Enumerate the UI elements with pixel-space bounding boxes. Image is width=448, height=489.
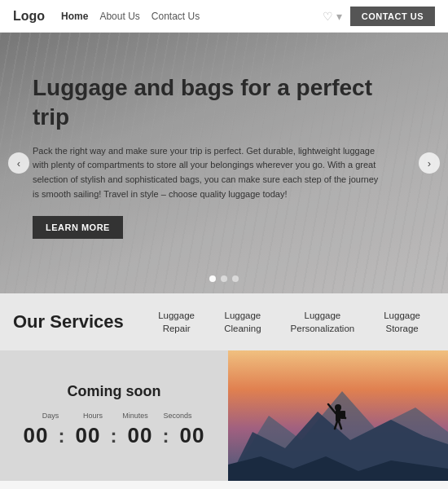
countdown-hours: 00 bbox=[67, 423, 109, 448]
service-luggage-personalization[interactable]: LuggagePersonalization bbox=[276, 309, 370, 335]
countdown-panel: Coming soon Days Hours Minutes Seconds 0… bbox=[0, 350, 228, 481]
countdown-labels: Days Hours Minutes Seconds bbox=[13, 412, 215, 420]
label-hours: Hours bbox=[72, 412, 114, 420]
hero-dot-3[interactable] bbox=[232, 275, 239, 282]
svg-point-5 bbox=[335, 404, 341, 411]
countdown-sep-3: : bbox=[161, 425, 171, 447]
hero-dot-2[interactable] bbox=[221, 275, 227, 282]
hero-section: Luggage and bags for a perfect trip Pack… bbox=[0, 33, 448, 293]
countdown-sep-2: : bbox=[109, 425, 119, 447]
countdown-minutes: 00 bbox=[119, 423, 161, 448]
countdown-seconds: 00 bbox=[171, 423, 213, 448]
label-days: Days bbox=[29, 412, 72, 420]
countdown-values: 00 : 00 : 00 : 00 bbox=[15, 423, 213, 448]
countdown-days: 00 bbox=[15, 423, 57, 448]
hero-image-panel bbox=[228, 350, 448, 481]
below-section: Coming soon Days Hours Minutes Seconds 0… bbox=[0, 350, 448, 481]
label-seconds: Seconds bbox=[156, 412, 199, 420]
service-items: Luggage Repair LuggageCleaning LuggagePe… bbox=[143, 309, 435, 335]
contact-us-button[interactable]: CONTACT US bbox=[350, 7, 435, 26]
service-luggage-cleaning[interactable]: LuggageCleaning bbox=[209, 309, 275, 335]
featured-section: FEATURED ITEMS Everyone's favourite bbox=[0, 481, 448, 489]
svg-rect-4 bbox=[336, 410, 340, 421]
services-title: Our Services bbox=[13, 311, 143, 333]
mountain-svg bbox=[228, 350, 448, 481]
nav-about[interactable]: About Us bbox=[99, 11, 139, 22]
nav-links: Home About Us Contact Us bbox=[61, 11, 200, 22]
hero-dot-1[interactable] bbox=[209, 275, 216, 282]
navbar-right: ♡ ▾ CONTACT US bbox=[323, 7, 435, 26]
coming-soon-title: Coming soon bbox=[68, 383, 161, 400]
label-minutes: Minutes bbox=[114, 412, 156, 420]
nav-home[interactable]: Home bbox=[61, 11, 88, 22]
countdown-sep-1: : bbox=[57, 425, 67, 447]
navbar: Logo Home About Us Contact Us ♡ ▾ CONTAC… bbox=[0, 0, 448, 33]
services-bar: Our Services Luggage Repair LuggageClean… bbox=[0, 293, 448, 350]
service-luggage-repair[interactable]: Luggage Repair bbox=[143, 309, 209, 335]
hero-content: Luggage and bags for a perfect trip Pack… bbox=[0, 33, 448, 255]
hero-description: Pack the right way and make sure your tr… bbox=[33, 144, 383, 201]
service-luggage-storage[interactable]: LuggageStorage bbox=[369, 309, 435, 335]
hero-next-arrow[interactable]: › bbox=[419, 152, 440, 174]
logo: Logo bbox=[13, 9, 45, 24]
nav-contact[interactable]: Contact Us bbox=[152, 11, 200, 22]
hero-title: Luggage and bags for a perfect trip bbox=[33, 73, 375, 133]
hero-prev-arrow[interactable]: ‹ bbox=[8, 152, 29, 174]
hero-dots bbox=[209, 275, 239, 282]
learn-more-button[interactable]: LEARN MORE bbox=[33, 216, 123, 239]
heart-icon[interactable]: ♡ ▾ bbox=[323, 10, 342, 23]
